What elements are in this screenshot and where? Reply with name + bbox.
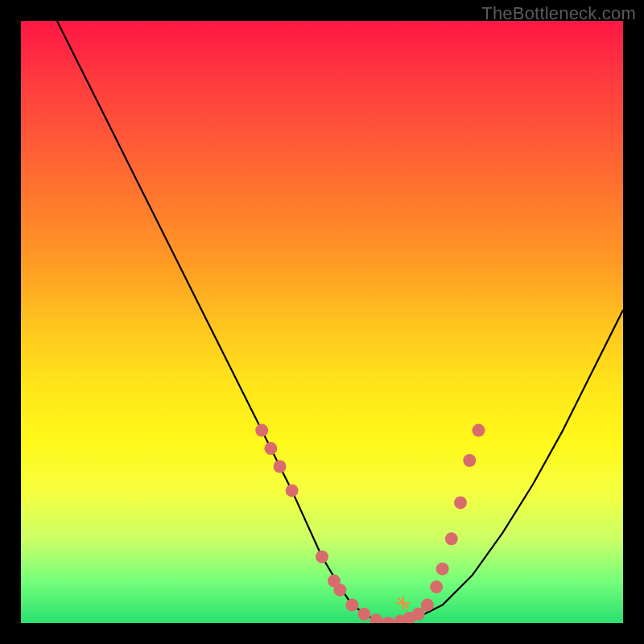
curve-markers xyxy=(255,424,485,623)
marker-dot xyxy=(473,424,485,437)
branding-label: TheBottleneck.com xyxy=(481,3,636,24)
marker-dot xyxy=(430,580,443,593)
marker-dot xyxy=(345,599,358,612)
marker-dot xyxy=(436,563,449,576)
marker-dot xyxy=(445,532,458,545)
spark-glyph xyxy=(397,597,410,610)
marker-dot xyxy=(255,424,268,437)
plot-area xyxy=(21,21,623,623)
marker-dot xyxy=(382,617,394,623)
marker-dot xyxy=(264,442,277,455)
marker-dot xyxy=(357,608,370,621)
marker-dot xyxy=(274,460,287,473)
chart-stage: TheBottleneck.com xyxy=(0,0,644,644)
marker-dot xyxy=(369,613,382,623)
curve-svg xyxy=(21,21,623,623)
marker-dot xyxy=(454,496,467,509)
bottleneck-curve xyxy=(57,21,623,623)
marker-dot xyxy=(463,454,476,467)
marker-dot xyxy=(316,551,328,564)
marker-dot xyxy=(286,484,299,497)
marker-dot xyxy=(421,599,434,612)
marker-dot xyxy=(333,584,346,597)
